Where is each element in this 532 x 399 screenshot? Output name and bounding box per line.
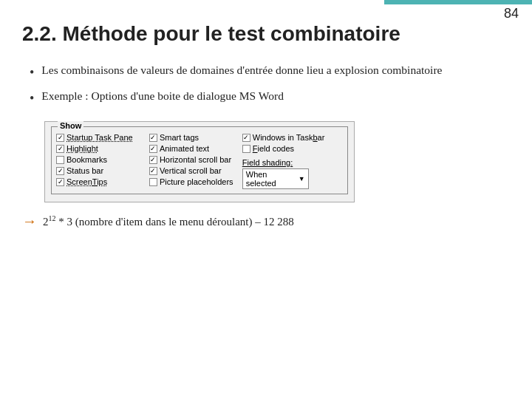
page-number: 84 <box>504 6 519 21</box>
checkbox-smart-tags[interactable]: Smart tags <box>149 133 241 142</box>
checkbox-animated-text-label: Animated text <box>160 144 209 153</box>
formula-rest: * 3 (nombre d'item dans le menu déroulan… <box>56 216 294 228</box>
checkbox-field-codes-label: Field codes <box>253 144 294 153</box>
checkbox-field-codes[interactable]: Field codes <box>242 144 343 153</box>
checkbox-horizontal-scroll[interactable]: Horizontal scroll bar <box>149 155 241 164</box>
checkbox-smart-tags-label: Smart tags <box>160 133 199 142</box>
checkbox-picture-placeholders[interactable]: Picture placeholders <box>149 177 241 186</box>
checkbox-horizontal-scroll-label: Horizontal scroll bar <box>160 155 231 164</box>
show-group: Show Startup Task Pane Highlight Bookmar… <box>51 126 348 194</box>
bullet-dot-2: • <box>30 89 34 108</box>
top-bar <box>384 0 532 4</box>
checkbox-status-bar-box[interactable] <box>56 167 64 175</box>
show-group-title: Show <box>58 121 83 130</box>
checkbox-highlight-box[interactable] <box>56 145 64 153</box>
checkbox-vertical-scroll[interactable]: Vertical scroll bar <box>149 166 241 175</box>
bullet-text-2: Exemple : Options d'une boite de dialogu… <box>41 88 284 104</box>
dialog-col-3: Windows in Taskbar Field codes Field sha… <box>242 133 343 189</box>
field-shading-dropdown-row: When selected ▼ <box>242 168 343 189</box>
formula-text: 212 * 3 (nombre d'item dans le menu déro… <box>43 214 294 228</box>
field-shading-dropdown[interactable]: When selected ▼ <box>242 168 309 189</box>
checkbox-picture-placeholders-label: Picture placeholders <box>160 177 233 186</box>
formula-line: → 212 * 3 (nombre d'item dans le menu dé… <box>22 213 510 230</box>
arrow-icon: → <box>22 213 37 230</box>
checkbox-screentips[interactable]: ScreenTips <box>56 177 148 186</box>
dialog-col-2: Smart tags Animated text Horizontal scro… <box>149 133 241 189</box>
checkbox-status-bar[interactable]: Status bar <box>56 166 148 175</box>
checkbox-horizontal-scroll-box[interactable] <box>149 156 157 164</box>
checkbox-windows-taskbar-label: Windows in Taskbar <box>253 133 325 142</box>
checkbox-vertical-scroll-box[interactable] <box>149 167 157 175</box>
dropdown-arrow-icon: ▼ <box>299 175 305 183</box>
checkbox-windows-taskbar[interactable]: Windows in Taskbar <box>242 133 343 142</box>
bullet-text-1: Les combinaisons de valeurs de domaines … <box>41 62 442 78</box>
checkbox-highlight[interactable]: Highlight <box>56 144 148 153</box>
checkbox-windows-taskbar-box[interactable] <box>242 134 250 142</box>
bullet-item-1: • Les combinaisons de valeurs de domaine… <box>30 62 510 82</box>
checkbox-field-codes-box[interactable] <box>242 145 250 153</box>
checkbox-bookmarks[interactable]: Bookmarks <box>56 155 148 164</box>
checkbox-animated-text[interactable]: Animated text <box>149 144 241 153</box>
slide-title: 2.2. Méthode pour le test combinatoire <box>22 22 510 46</box>
checkbox-status-bar-label: Status bar <box>66 166 103 175</box>
bullet-list: • Les combinaisons de valeurs de domaine… <box>30 62 510 108</box>
field-shading-value: When selected <box>246 170 299 188</box>
checkbox-startup-task-pane-box[interactable] <box>56 134 64 142</box>
checkbox-screentips-label: ScreenTips <box>66 177 107 186</box>
checkbox-startup-task-pane[interactable]: Startup Task Pane <box>56 133 148 142</box>
checkbox-bookmarks-box[interactable] <box>56 156 64 164</box>
main-content: 2.2. Méthode pour le test combinatoire •… <box>22 22 510 377</box>
checkbox-highlight-label: Highlight <box>66 144 98 153</box>
ms-word-dialog: Show Startup Task Pane Highlight Bookmar… <box>44 121 355 202</box>
checkbox-bookmarks-label: Bookmarks <box>66 155 107 164</box>
bullet-item-2: • Exemple : Options d'une boite de dialo… <box>30 88 510 108</box>
dialog-columns: Startup Task Pane Highlight Bookmarks St… <box>56 133 343 189</box>
checkbox-vertical-scroll-label: Vertical scroll bar <box>160 166 222 175</box>
formula-superscript: 12 <box>49 214 56 222</box>
dialog-col-1: Startup Task Pane Highlight Bookmarks St… <box>56 133 148 189</box>
checkbox-animated-text-box[interactable] <box>149 145 157 153</box>
field-shading-label: Field shading: <box>242 158 343 167</box>
checkbox-startup-task-pane-label: Startup Task Pane <box>66 133 133 142</box>
bullet-dot-1: • <box>30 63 34 82</box>
checkbox-smart-tags-box[interactable] <box>149 134 157 142</box>
checkbox-screentips-box[interactable] <box>56 178 64 186</box>
checkbox-picture-placeholders-box[interactable] <box>149 178 157 186</box>
